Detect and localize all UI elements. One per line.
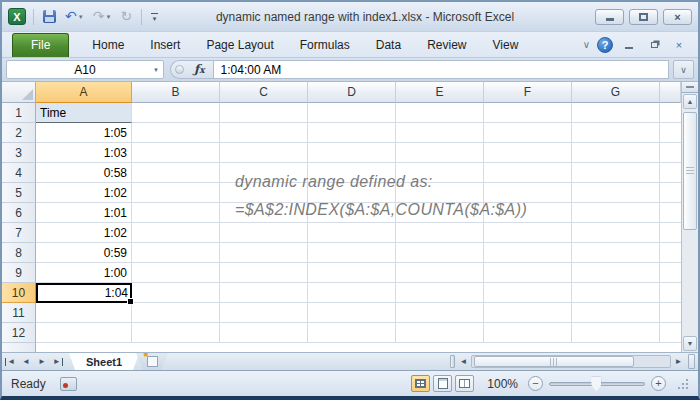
cell-C10[interactable] xyxy=(220,283,308,303)
cell-F7[interactable] xyxy=(484,223,572,243)
normal-view-button[interactable] xyxy=(411,375,430,392)
row-header-2[interactable]: 2 xyxy=(2,123,36,143)
minimize-ribbon-icon[interactable]: ∨ xyxy=(583,40,590,50)
cell-C2[interactable] xyxy=(220,123,308,143)
cell-D10[interactable] xyxy=(308,283,396,303)
repeat-button[interactable]: ↻ xyxy=(118,9,134,24)
ribbon-tab-review[interactable]: Review xyxy=(414,34,479,57)
ribbon-tab-view[interactable]: View xyxy=(480,34,532,57)
vertical-scroll-thumb[interactable] xyxy=(683,112,697,230)
cell-C3[interactable] xyxy=(220,143,308,163)
scroll-up-button[interactable]: ▲ xyxy=(683,94,697,109)
tab-area-splitter[interactable] xyxy=(450,355,455,368)
cell-E10[interactable] xyxy=(396,283,484,303)
cell-B2[interactable] xyxy=(132,123,220,143)
ribbon-tab-formulas[interactable]: Formulas xyxy=(287,34,363,57)
cell-A6[interactable]: 1:01 xyxy=(36,203,132,223)
cell-G7[interactable] xyxy=(572,223,660,243)
cell-C8[interactable] xyxy=(220,243,308,263)
insert-worksheet-button[interactable]: * xyxy=(136,353,168,370)
cell-B1[interactable] xyxy=(132,103,220,123)
row-header-8[interactable]: 8 xyxy=(2,243,36,263)
row-header-5[interactable]: 5 xyxy=(2,183,36,203)
minimize-button[interactable] xyxy=(595,9,624,25)
cell-B4[interactable] xyxy=(132,163,220,183)
cell-partial-6[interactable] xyxy=(660,203,681,223)
zoom-slider[interactable] xyxy=(549,382,645,386)
cell-A12[interactable] xyxy=(36,323,132,343)
cell-B11[interactable] xyxy=(132,303,220,323)
undo-dropdown-icon[interactable]: ▼ xyxy=(78,14,84,20)
cell-F3[interactable] xyxy=(484,143,572,163)
customize-quick-access-toolbar-button[interactable]: ▾ xyxy=(149,12,160,22)
cell-G3[interactable] xyxy=(572,143,660,163)
cell-D9[interactable] xyxy=(308,263,396,283)
cell-F12[interactable] xyxy=(484,323,572,343)
cell-E7[interactable] xyxy=(396,223,484,243)
cell-C1[interactable] xyxy=(220,103,308,123)
cell-G8[interactable] xyxy=(572,243,660,263)
select-all-button[interactable] xyxy=(2,82,36,103)
cell-A10[interactable]: 1:04 xyxy=(36,283,132,303)
cell-B10[interactable] xyxy=(132,283,220,303)
next-sheet-button[interactable]: ► xyxy=(34,353,50,370)
column-header-A[interactable]: A xyxy=(36,82,132,103)
sheet-tab-sheet1[interactable]: Sheet1 xyxy=(69,353,139,370)
cell-A11[interactable] xyxy=(36,303,132,323)
cell-D2[interactable] xyxy=(308,123,396,143)
cell-E2[interactable] xyxy=(396,123,484,143)
name-box-dropdown-icon[interactable]: ▼ xyxy=(153,67,159,73)
cell-partial-7[interactable] xyxy=(660,223,681,243)
restore-button[interactable] xyxy=(629,9,658,25)
cell-B12[interactable] xyxy=(132,323,220,343)
cell-G1[interactable] xyxy=(572,103,660,123)
cell-A1[interactable]: Time xyxy=(36,103,132,123)
cell-B7[interactable] xyxy=(132,223,220,243)
column-header-E[interactable]: E xyxy=(396,82,484,103)
cell-partial-8[interactable] xyxy=(660,243,681,263)
first-sheet-button[interactable]: ◄ xyxy=(2,353,18,370)
cell-E1[interactable] xyxy=(396,103,484,123)
close-button[interactable]: × xyxy=(663,9,692,25)
ribbon-tab-page-layout[interactable]: Page Layout xyxy=(193,34,286,57)
cell-D1[interactable] xyxy=(308,103,396,123)
insert-function-icon[interactable]: ƒx xyxy=(194,63,205,76)
cell-E11[interactable] xyxy=(396,303,484,323)
cell-partial-12[interactable] xyxy=(660,323,681,343)
vertical-scrollbar[interactable]: ▲ ▼ xyxy=(681,82,698,352)
column-header-G[interactable]: G xyxy=(572,82,660,103)
cell-partial-3[interactable] xyxy=(660,143,681,163)
scroll-right-button[interactable]: ► xyxy=(671,353,686,370)
cell-D8[interactable] xyxy=(308,243,396,263)
row-header-4[interactable]: 4 xyxy=(2,163,36,183)
cell-G12[interactable] xyxy=(572,323,660,343)
name-box[interactable]: A10 ▼ xyxy=(6,60,164,79)
row-header-1[interactable]: 1 xyxy=(2,103,36,123)
cell-G9[interactable] xyxy=(572,263,660,283)
cell-partial-2[interactable] xyxy=(660,123,681,143)
cell-D3[interactable] xyxy=(308,143,396,163)
horizontal-split-handle[interactable] xyxy=(688,354,695,369)
cell-A9[interactable]: 1:00 xyxy=(36,263,132,283)
vertical-scroll-track[interactable] xyxy=(683,110,697,335)
cell-E12[interactable] xyxy=(396,323,484,343)
excel-app-icon[interactable]: X xyxy=(8,8,26,25)
page-break-preview-button[interactable] xyxy=(455,375,474,392)
scroll-left-button[interactable]: ◄ xyxy=(456,353,471,370)
ribbon-tab-home[interactable]: Home xyxy=(79,34,137,57)
cell-partial-10[interactable] xyxy=(660,283,681,303)
macro-record-button[interactable] xyxy=(60,377,77,391)
cell-partial-1[interactable] xyxy=(660,103,681,123)
cell-C11[interactable] xyxy=(220,303,308,323)
cell-A2[interactable]: 1:05 xyxy=(36,123,132,143)
cell-A3[interactable]: 1:03 xyxy=(36,143,132,163)
cell-D7[interactable] xyxy=(308,223,396,243)
row-header-7[interactable]: 7 xyxy=(2,223,36,243)
column-header-partial[interactable] xyxy=(660,82,681,103)
cell-C7[interactable] xyxy=(220,223,308,243)
help-button[interactable]: ? xyxy=(597,37,613,53)
cell-C12[interactable] xyxy=(220,323,308,343)
cell-F10[interactable] xyxy=(484,283,572,303)
cell-G10[interactable] xyxy=(572,283,660,303)
scroll-down-button[interactable]: ▼ xyxy=(683,336,697,351)
